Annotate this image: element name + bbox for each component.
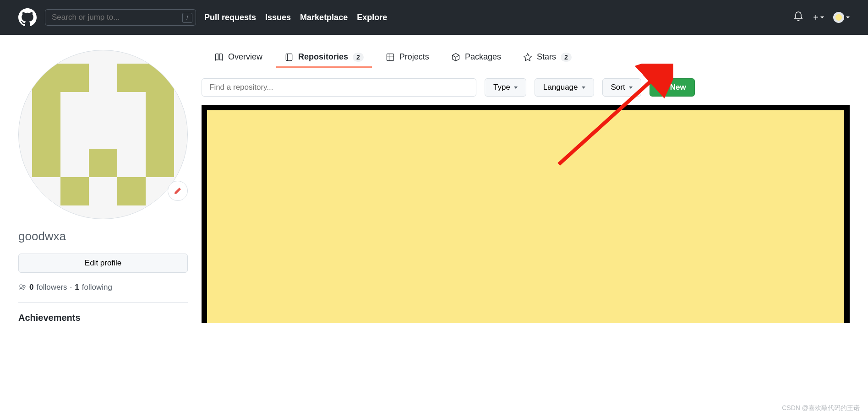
search-input[interactable] <box>45 9 196 26</box>
redacted-area <box>202 105 850 323</box>
avatar-small <box>833 12 844 23</box>
tab-overview[interactable]: Overview <box>206 48 271 68</box>
chevron-down-icon <box>846 16 850 18</box>
profile-sidebar: goodwxa Edit profile 0 followers · 1 fol… <box>18 50 188 323</box>
svg-point-9 <box>20 285 22 287</box>
username: goodwxa <box>18 229 188 243</box>
avatar-large[interactable] <box>18 50 188 219</box>
star-icon <box>523 53 532 62</box>
filter-label: Sort <box>611 83 625 92</box>
project-icon <box>386 53 395 62</box>
header-right: + <box>793 11 850 24</box>
svg-rect-8 <box>117 177 146 205</box>
chevron-down-icon <box>582 86 585 89</box>
repo-icon <box>658 83 666 92</box>
edit-avatar-button[interactable] <box>168 181 188 201</box>
filter-label: Type <box>493 83 510 92</box>
global-header: / Pull requests Issues Marketplace Explo… <box>0 0 868 35</box>
global-search: / <box>45 9 196 26</box>
create-menu[interactable]: + <box>813 12 824 23</box>
search-slash-hint: / <box>182 13 192 23</box>
identicon-icon <box>32 64 174 205</box>
svg-rect-7 <box>60 177 89 205</box>
achievements-heading: Achievements <box>18 313 188 323</box>
find-repository-input[interactable] <box>202 78 476 97</box>
filter-label: Language <box>543 83 578 92</box>
book-icon <box>214 53 224 62</box>
new-repo-button[interactable]: New <box>650 78 695 97</box>
divider <box>18 302 188 303</box>
svg-rect-0 <box>286 54 292 60</box>
separator: · <box>70 283 72 292</box>
tab-label: Overview <box>228 52 262 62</box>
following-label: following <box>82 283 112 292</box>
tab-label: Repositories <box>298 52 348 62</box>
svg-rect-2 <box>32 64 60 177</box>
plus-icon: + <box>813 12 819 23</box>
following-count: 1 <box>75 283 79 292</box>
nav-marketplace[interactable]: Marketplace <box>300 13 348 22</box>
followers-count: 0 <box>29 283 33 292</box>
edit-profile-button[interactable]: Edit profile <box>18 254 188 273</box>
tab-projects[interactable]: Projects <box>377 48 437 68</box>
nav-explore[interactable]: Explore <box>357 13 387 22</box>
notifications-icon[interactable] <box>793 11 804 24</box>
tab-count: 2 <box>561 53 572 62</box>
tab-label: Projects <box>399 52 429 62</box>
repo-list-content: Type Language Sort New <box>202 68 850 323</box>
people-icon <box>18 283 27 292</box>
user-menu[interactable] <box>833 12 850 23</box>
chevron-down-icon <box>514 86 518 89</box>
tab-label: Packages <box>465 52 501 62</box>
svg-rect-11 <box>659 84 666 91</box>
svg-rect-4 <box>60 64 89 92</box>
type-filter[interactable]: Type <box>485 78 526 97</box>
svg-rect-3 <box>146 64 174 177</box>
nav-issues[interactable]: Issues <box>265 13 291 22</box>
followers-label: followers <box>36 283 67 292</box>
chevron-down-icon <box>820 16 824 18</box>
pencil-icon <box>174 187 181 194</box>
svg-rect-5 <box>117 64 146 92</box>
primary-nav: Pull requests Issues Marketplace Explore <box>204 13 387 22</box>
svg-point-10 <box>23 286 26 288</box>
svg-rect-6 <box>89 149 117 177</box>
chevron-down-icon <box>629 86 633 89</box>
tab-repositories[interactable]: Repositories 2 <box>276 48 372 68</box>
followers-following[interactable]: 0 followers · 1 following <box>18 283 188 292</box>
filter-bar: Type Language Sort New <box>202 78 850 97</box>
nav-pull-requests[interactable]: Pull requests <box>204 13 256 22</box>
tab-label: Stars <box>537 52 556 62</box>
tab-packages[interactable]: Packages <box>443 48 509 68</box>
github-logo[interactable] <box>18 8 37 27</box>
language-filter[interactable]: Language <box>535 78 594 97</box>
svg-rect-1 <box>387 54 393 60</box>
github-mark-icon <box>18 8 37 27</box>
tab-stars[interactable]: Stars 2 <box>515 48 580 68</box>
package-icon <box>451 53 460 62</box>
sort-filter[interactable]: Sort <box>602 78 641 97</box>
tab-count: 2 <box>353 53 364 62</box>
button-label: New <box>670 83 686 92</box>
repo-icon <box>284 53 294 62</box>
